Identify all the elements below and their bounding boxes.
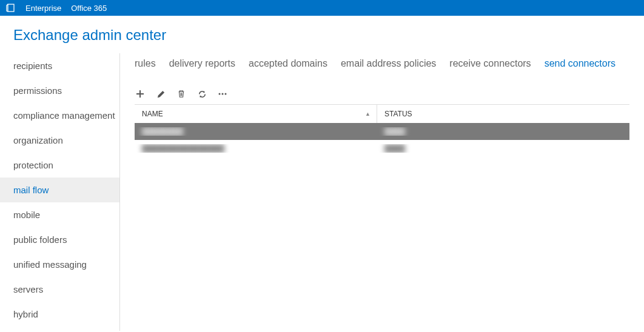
- svg-point-2: [222, 93, 224, 95]
- tab-accepted-domains[interactable]: accepted domains: [249, 58, 327, 69]
- sidebar-item-mail-flow[interactable]: mail flow: [0, 178, 119, 202]
- sidebar-item-recipients[interactable]: recipients: [0, 53, 119, 78]
- table-row[interactable]: ████████ ████: [135, 123, 629, 140]
- svg-rect-0: [8, 4, 14, 12]
- edit-button[interactable]: [155, 88, 166, 99]
- table-header: NAME ▲ STATUS: [135, 105, 629, 123]
- sidebar-item-permissions[interactable]: permissions: [0, 78, 119, 103]
- column-header-name-label: NAME: [142, 110, 163, 118]
- sidebar-item-organization[interactable]: organization: [0, 128, 119, 153]
- main-content: rules delivery reports accepted domains …: [120, 53, 644, 331]
- delete-button[interactable]: [176, 88, 187, 99]
- topbar-link-office365[interactable]: Office 365: [71, 4, 107, 13]
- cell-status: ████: [384, 144, 405, 153]
- tabs: rules delivery reports accepted domains …: [129, 53, 636, 84]
- sidebar-item-unified-messaging[interactable]: unified messaging: [0, 252, 119, 277]
- topbar-link-enterprise[interactable]: Enterprise: [25, 4, 61, 13]
- sidebar-item-servers[interactable]: servers: [0, 277, 119, 302]
- pencil-icon: [156, 90, 166, 99]
- sidebar-item-hybrid[interactable]: hybrid: [0, 302, 119, 327]
- ellipsis-icon: [218, 89, 227, 99]
- sidebar-item-mobile[interactable]: mobile: [0, 202, 119, 227]
- trash-icon: [177, 90, 186, 98]
- cell-name: ████████: [142, 127, 183, 136]
- sidebar-item-compliance[interactable]: compliance management: [0, 103, 119, 128]
- sidebar-item-public-folders[interactable]: public folders: [0, 227, 119, 252]
- table-row[interactable]: ████████████████ ████: [135, 140, 629, 157]
- toolbar: [129, 84, 636, 104]
- sort-asc-icon: ▲: [365, 111, 371, 117]
- tab-delivery-reports[interactable]: delivery reports: [169, 58, 235, 69]
- office-logo-icon: [6, 3, 16, 13]
- sidebar: recipients permissions compliance manage…: [0, 53, 120, 331]
- page-title: Exchange admin center: [0, 16, 644, 53]
- plus-icon: [135, 89, 145, 99]
- tab-receive-connectors[interactable]: receive connectors: [449, 58, 531, 69]
- topbar: Enterprise Office 365: [0, 0, 644, 16]
- tab-email-address-policies[interactable]: email address policies: [341, 58, 436, 69]
- new-button[interactable]: [135, 88, 146, 99]
- cell-status: ████: [384, 127, 405, 136]
- svg-point-1: [219, 93, 221, 95]
- tab-send-connectors[interactable]: send connectors: [545, 58, 615, 69]
- column-header-name[interactable]: NAME ▲: [135, 105, 377, 123]
- refresh-button[interactable]: [196, 88, 207, 99]
- cell-name: ████████████████: [142, 144, 224, 153]
- svg-point-3: [225, 93, 227, 95]
- connectors-table: NAME ▲ STATUS ████████ ████ ████████████…: [135, 104, 629, 157]
- sidebar-item-protection[interactable]: protection: [0, 153, 119, 178]
- column-header-status-label: STATUS: [384, 110, 412, 118]
- refresh-icon: [198, 90, 207, 99]
- more-button[interactable]: [217, 88, 228, 99]
- tab-rules[interactable]: rules: [135, 58, 156, 69]
- column-header-status[interactable]: STATUS: [377, 105, 629, 123]
